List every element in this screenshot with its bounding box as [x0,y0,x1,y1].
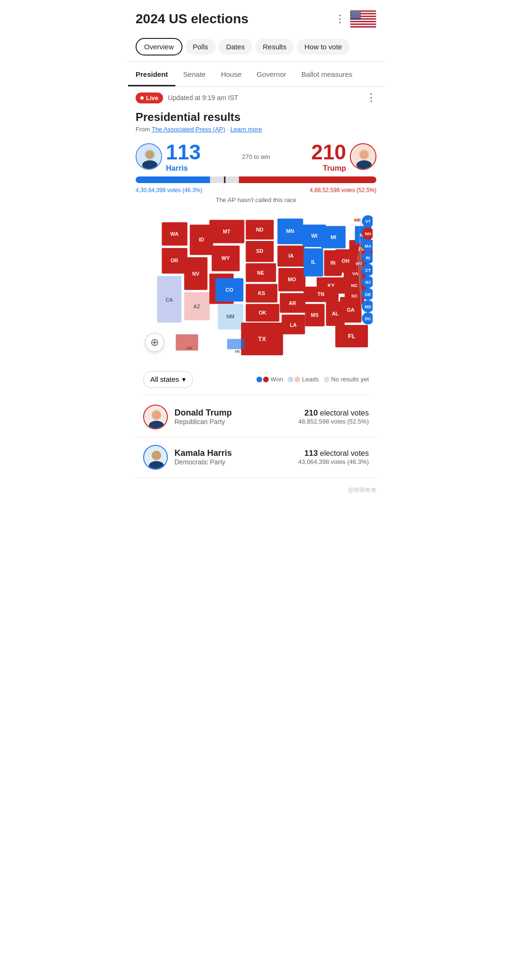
svg-point-22 [355,12,356,13]
nav-divider [128,61,384,62]
results-section: Presidential results From The Associated… [128,109,384,483]
live-more-icon[interactable]: ⋮ [366,92,376,104]
sub-nav-governor[interactable]: Governor [249,64,294,86]
trump-name: Trump [311,164,346,173]
svg-point-18 [357,11,358,12]
tab-how-to-vote[interactable]: How to vote [297,39,349,55]
tab-dates[interactable]: Dates [219,39,252,55]
svg-point-55 [360,150,368,159]
trump-votes-block: 210 Trump [311,140,346,173]
zoom-button[interactable]: ⊕ [145,333,164,352]
svg-text:AR: AR [289,300,296,306]
sub-nav-senate[interactable]: Senate [175,64,213,86]
learn-more-link[interactable]: Learn more [230,126,262,133]
svg-point-45 [357,17,358,18]
svg-text:NJ: NJ [366,280,371,285]
svg-point-36 [351,16,352,17]
svg-text:WA: WA [170,231,179,237]
svg-text:SC: SC [351,293,358,298]
candidates-row: 113 Harris 270 to win 210 Trump [136,140,376,173]
svg-text:ID: ID [199,237,204,242]
harris-votes-num: 113 [166,140,201,164]
svg-point-25 [351,13,352,14]
harris-popular-votes-list: 43,064,398 votes (46.3%) [298,458,369,465]
svg-point-44 [355,17,356,18]
legend-won-blue-dot [256,377,262,382]
us-flag [350,9,376,28]
nav-tabs: Overview Polls Dates Results How to vote [128,34,384,61]
all-states-button[interactable]: All states ▾ [143,371,193,388]
svg-point-121 [152,410,161,420]
svg-point-51 [142,160,157,170]
trump-results: 210 electoral votes 48,852,598 votes (52… [298,408,369,425]
page-title: 2024 US elections [136,11,248,27]
us-map[interactable]: WA OR CA ID NV AZ MT WY UT [139,208,373,358]
sub-nav: President Senate House Governor Ballot m… [128,64,384,87]
harris-party: Democratic Party [174,458,292,466]
live-left: Live Updated at 9:19 am IST [136,92,238,103]
section-divider-1 [143,395,369,395]
svg-point-34 [357,15,358,16]
svg-point-16 [354,11,355,12]
results-title: Presidential results [136,111,376,124]
svg-point-56 [357,160,372,170]
legend-leads-red-dot [294,377,300,382]
svg-point-50 [146,150,154,159]
svg-text:NC: NC [351,283,358,288]
svg-text:MA: MA [365,244,371,249]
trump-info: Donald Trump Republican Party [174,408,292,425]
live-time: Updated at 9:19 am IST [168,94,238,102]
svg-text:OK: OK [259,310,266,315]
sub-nav-house[interactable]: House [213,64,249,86]
svg-text:MI: MI [330,234,336,240]
svg-text:TN: TN [318,291,325,297]
harris-popular-votes: 4,30,64,398 votes (46.3%) [136,187,202,194]
svg-point-38 [354,16,355,17]
legend-won-dots [256,377,269,382]
svg-rect-7 [350,19,376,21]
svg-rect-8 [350,21,376,22]
svg-text:AL: AL [332,311,339,316]
legend-items: Won Leads No results yet [256,376,369,383]
ap-link[interactable]: The Associated Press (AP) [152,126,225,133]
svg-point-21 [353,12,354,13]
svg-text:WI: WI [311,233,317,239]
svg-point-37 [353,16,354,17]
harris-info: Kamala Harris Democratic Party [174,448,292,466]
svg-rect-10 [350,24,376,25]
svg-text:CO: CO [226,287,233,293]
svg-text:IN: IN [330,260,336,266]
svg-text:NM: NM [226,314,234,319]
svg-point-46 [358,17,359,18]
trump-list-item: Donald Trump Republican Party 210 electo… [136,397,376,437]
legend-leads: Leads [288,376,319,383]
tab-results[interactable]: Results [255,39,294,55]
tab-overview[interactable]: Overview [136,38,183,55]
svg-text:OH: OH [342,258,349,264]
svg-point-30 [359,13,360,14]
svg-text:TX: TX [258,335,266,342]
harris-results: 113 electoral votes 43,064,398 votes (46… [298,449,369,465]
more-icon[interactable]: ⋮ [335,13,345,25]
trump-list-avatar [143,405,168,429]
sub-nav-president[interactable]: President [128,64,175,86]
harris-electoral-votes: 113 electoral votes [298,449,369,458]
svg-text:DC: DC [365,316,371,321]
sub-nav-ballot-measures[interactable]: Ballot measures [294,64,360,86]
trump-electoral-votes: 210 electoral votes [298,408,369,418]
svg-point-27 [354,13,355,14]
svg-text:ME: ME [354,217,361,222]
svg-text:KS: KS [258,290,265,296]
harris-name: Harris [166,164,201,173]
tab-polls[interactable]: Polls [185,39,216,55]
svg-rect-117 [176,334,198,351]
svg-text:RI: RI [366,256,370,260]
trump-bar [239,176,376,183]
svg-point-19 [359,11,360,12]
svg-point-28 [356,13,357,14]
svg-point-23 [357,12,358,13]
legend-no-results-dot [324,377,329,382]
trump-popular-votes: 4,88,52,598 votes (52.5%) [310,187,376,194]
legend-row: All states ▾ Won Leads No results ye [136,366,376,393]
svg-point-39 [356,16,357,17]
